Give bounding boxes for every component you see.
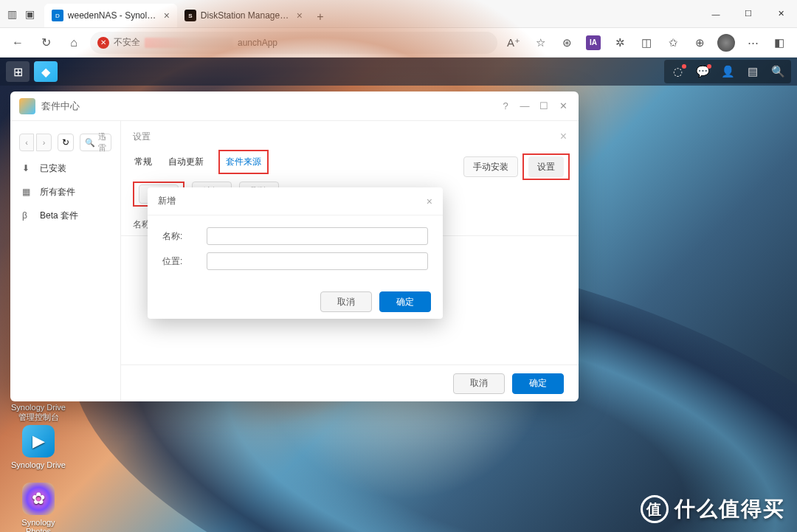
- nav-forward-button[interactable]: ›: [36, 134, 51, 151]
- location-label: 位置:: [162, 255, 207, 268]
- highlight-box: 设置: [522, 153, 570, 180]
- search-input[interactable]: 🔍 迅雷: [80, 134, 111, 151]
- sidebar-item-all[interactable]: ▦ 所有套件: [10, 180, 120, 204]
- close-button[interactable]: ✕: [556, 100, 570, 111]
- sidebar-item-beta[interactable]: β Beta 套件: [10, 204, 120, 227]
- watermark-icon: 值: [641, 495, 669, 523]
- dsm-main-menu[interactable]: ⊞: [6, 61, 30, 82]
- tabs-overview-icon[interactable]: ▣: [22, 7, 37, 21]
- watermark-text: 什么值得买: [674, 495, 785, 523]
- close-button[interactable]: ✕: [765, 0, 797, 28]
- settings-footer: 取消 确定: [121, 365, 579, 401]
- sidebar-item-label: 已安装: [40, 162, 66, 175]
- nav-back-button[interactable]: ‹: [19, 134, 34, 151]
- manual-install-button[interactable]: 手动安装: [463, 156, 518, 177]
- help-button[interactable]: ?: [499, 100, 512, 111]
- back-button[interactable]: ←: [6, 31, 30, 55]
- tab-auto-update[interactable]: 自动更新: [167, 153, 205, 171]
- grid-icon: ▦: [22, 187, 32, 197]
- dialog-cancel-button[interactable]: 取消: [320, 291, 372, 312]
- extensions-icon[interactable]: ✲: [608, 31, 632, 55]
- maximize-button[interactable]: ☐: [732, 0, 765, 28]
- dsm-package-center-taskbar[interactable]: ◆: [34, 61, 58, 82]
- maximize-button[interactable]: ☐: [537, 100, 551, 111]
- favorites-bar-icon[interactable]: ✩: [661, 31, 685, 55]
- sidebar-item-label: Beta 套件: [40, 210, 78, 222]
- settings-button[interactable]: 设置: [528, 156, 564, 177]
- icon-label: Synology Photos: [9, 518, 68, 532]
- minimize-button[interactable]: —: [518, 100, 531, 111]
- name-label: 名称:: [162, 230, 207, 243]
- tab-favicon-dsm: D: [52, 10, 63, 21]
- beta-icon: β: [22, 210, 32, 221]
- split-icon[interactable]: ◫: [635, 31, 658, 55]
- name-input[interactable]: [207, 227, 428, 245]
- settings-panel-title: 设置: [133, 131, 151, 143]
- tab-package-source[interactable]: 套件来源: [224, 153, 263, 171]
- dsm-user-icon[interactable]: 👤: [716, 61, 739, 82]
- reload-button[interactable]: ↻: [34, 31, 58, 55]
- dsm-search-icon[interactable]: 🔍: [766, 61, 790, 82]
- reload-button[interactable]: ↻: [58, 134, 74, 151]
- profile-avatar[interactable]: [714, 31, 738, 55]
- watermark: 值 什么值得买: [641, 495, 785, 523]
- close-icon[interactable]: ×: [427, 196, 432, 207]
- more-icon[interactable]: ⋯: [741, 31, 765, 55]
- desktop-icon-drive[interactable]: ▶ Synology Drive: [9, 425, 68, 469]
- window-header[interactable]: 套件中心 ? — ☐ ✕: [10, 91, 579, 121]
- download-icon: ⬇: [22, 163, 32, 173]
- dsm-widgets-icon[interactable]: ▤: [741, 61, 765, 82]
- sidebar-item-label: 所有套件: [40, 186, 75, 198]
- dialog-ok-button[interactable]: 确定: [379, 291, 431, 312]
- dsm-chat-icon[interactable]: 💬: [691, 61, 714, 82]
- dsm-desktop: ⊞ ◆ ◌ 💬 👤 ▤ 🔍 ⬢ Synology Drive 管理控制台 ▶ S…: [0, 58, 797, 532]
- cancel-button[interactable]: 取消: [453, 373, 505, 394]
- ia-extension-icon[interactable]: IA: [582, 31, 605, 55]
- desktop-icon-photos[interactable]: ✿ Synology Photos: [9, 483, 68, 532]
- dialog-title: 新增: [158, 195, 176, 207]
- minimize-button[interactable]: ―: [700, 0, 732, 28]
- dialog-header[interactable]: 新增 ×: [148, 187, 443, 215]
- icon-label: Synology Drive: [9, 460, 68, 469]
- collections-icon[interactable]: ⊕: [688, 31, 711, 55]
- tab-general[interactable]: 常规: [133, 153, 153, 171]
- add-source-dialog: 新增 × 名称: 位置: 取消 确定: [148, 187, 443, 319]
- search-icon: 🔍: [85, 138, 95, 148]
- location-input[interactable]: [207, 252, 428, 270]
- shield-icon[interactable]: ⊛: [555, 31, 579, 55]
- workspaces-icon[interactable]: ▥: [4, 7, 19, 21]
- sidebar-icon[interactable]: ◧: [767, 31, 791, 55]
- icon-label: Synology Drive 管理控制台: [9, 403, 68, 423]
- ok-button[interactable]: 确定: [512, 373, 564, 394]
- window-title: 套件中心: [41, 100, 499, 113]
- sidebar-item-installed[interactable]: ⬇ 已安装: [10, 156, 120, 180]
- package-center-icon: [19, 98, 35, 114]
- dsm-taskbar: ⊞ ◆ ◌ 💬 👤 ▤ 🔍: [0, 58, 797, 86]
- search-value: 迅雷: [98, 131, 106, 153]
- package-sidebar: ‹ › ↻ 🔍 迅雷 ⬇ 已安装 ▦ 所有套件 β: [10, 121, 121, 401]
- close-icon[interactable]: ×: [560, 130, 567, 143]
- dsm-upload-icon[interactable]: ◌: [666, 61, 689, 82]
- highlight-box: 套件来源: [218, 150, 269, 174]
